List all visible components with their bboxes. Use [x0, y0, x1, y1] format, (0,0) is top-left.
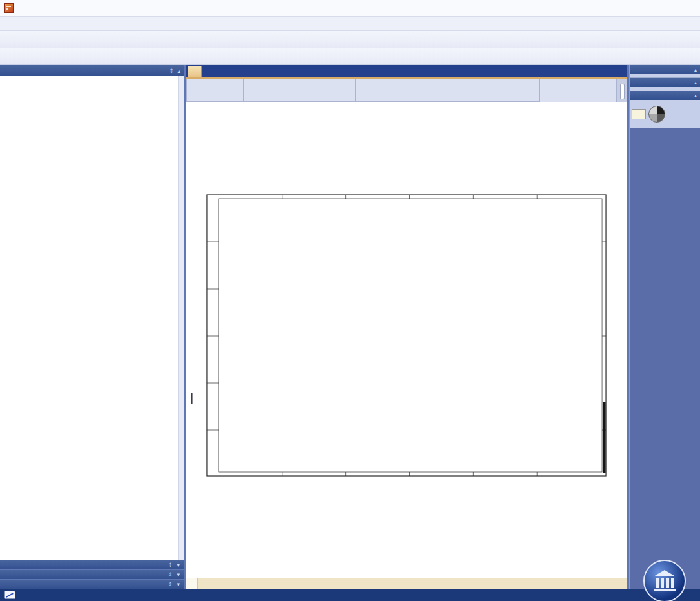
left-panel: ⇕ ▴ ⇕ ▾ ⇕ ▾ ⇕ ▾: [0, 65, 184, 589]
app-icon: [4, 3, 14, 13]
document-tab-bar: [186, 65, 627, 77]
expand-icon[interactable]: ▾: [177, 581, 180, 587]
title-bar: [0, 0, 700, 17]
tab-aufmass-musterprojekt[interactable]: [188, 66, 202, 77]
attribute-panel-header[interactable]: ▴: [630, 91, 700, 100]
minimize-button[interactable]: [630, 1, 652, 15]
pin-icon[interactable]: ⇕: [169, 68, 174, 74]
zoom-factor[interactable]: [186, 578, 198, 589]
text-cursor-mark: [191, 393, 193, 404]
tree-scrollbar[interactable]: [178, 76, 184, 560]
pin-icon[interactable]: ⇕: [168, 571, 173, 578]
coord-grip[interactable]: [617, 79, 627, 102]
punkte-panel-header[interactable]: ▴: [630, 65, 700, 74]
coord-tool-icons: [540, 79, 617, 102]
bloecke-panel-header[interactable]: ⇕ ▾: [0, 569, 184, 579]
coord-empty-cell: [411, 79, 540, 102]
line-tool-status-icon: [4, 591, 15, 599]
absolut-y-label: [187, 90, 244, 102]
collapse-icon[interactable]: ▴: [694, 67, 697, 73]
layer-tree: [0, 76, 184, 560]
document-area: [186, 65, 627, 589]
pin-icon[interactable]: ⇕: [168, 581, 173, 587]
status-bar: [0, 589, 700, 601]
rel-winkel-label: [300, 90, 356, 102]
toolbar-standard: [0, 31, 700, 48]
attribute-panel: [630, 100, 700, 128]
collapse-icon[interactable]: ▴: [694, 93, 697, 99]
symbole-panel-header[interactable]: ⇕ ▾: [0, 579, 184, 589]
right-panel-empty: [630, 128, 700, 589]
rel-laenge-label: [300, 79, 356, 90]
zoom-strip: [186, 578, 627, 589]
floor-plan-drawing: [186, 102, 627, 578]
drawing-canvas[interactable]: [186, 102, 627, 578]
expand-icon[interactable]: ▾: [177, 571, 180, 578]
maximize-button[interactable]: [652, 1, 674, 15]
werkzeuge-panel-header[interactable]: ▴: [630, 78, 700, 87]
current-color-box[interactable]: [632, 109, 646, 119]
menu-bar: [0, 17, 700, 31]
expand-icon[interactable]: ▾: [177, 562, 180, 568]
rel-winkel-value: [356, 90, 411, 102]
collapse-icon[interactable]: ▴: [177, 68, 180, 74]
collapse-icon[interactable]: ▴: [694, 80, 697, 86]
main-area: ⇕ ▴ ⇕ ▾ ⇕ ▾ ⇕ ▾: [0, 65, 700, 589]
right-panel: ▴ ▴ ▴: [629, 65, 700, 589]
absolut-x-value: [244, 79, 300, 90]
ebenen-panel-header[interactable]: ⇕ ▴: [0, 65, 184, 76]
absolut-y-value: [244, 90, 300, 102]
dig-cad-window: { "window": { "title": "DIG-CAD - lizenz…: [0, 0, 700, 601]
coordinate-bar: [186, 77, 627, 102]
rel-laenge-value: [356, 79, 411, 90]
bauteile-panel-header[interactable]: ⇕ ▾: [0, 560, 184, 569]
toolbar-measure: [0, 48, 700, 65]
mwm-logo: [643, 560, 686, 601]
close-button[interactable]: [674, 1, 696, 15]
absolut-x-label: [187, 79, 244, 90]
pin-icon[interactable]: ⇕: [168, 562, 173, 568]
gray-shades-pie[interactable]: [648, 106, 665, 123]
